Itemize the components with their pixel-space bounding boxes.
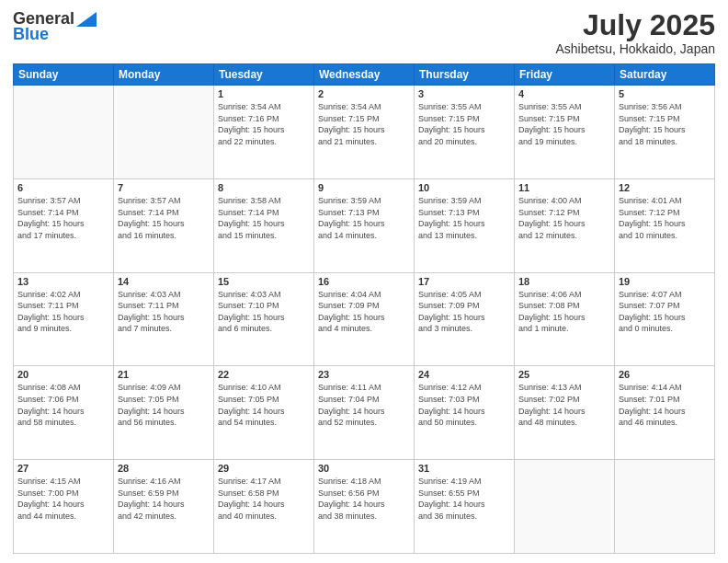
day-detail: Sunrise: 3:57 AM Sunset: 7:14 PM Dayligh…: [17, 195, 109, 241]
calendar-cell: 5Sunrise: 3:56 AM Sunset: 7:15 PM Daylig…: [615, 86, 715, 179]
svg-marker-0: [76, 12, 97, 27]
header-thursday: Thursday: [415, 64, 515, 86]
day-detail: Sunrise: 4:12 AM Sunset: 7:03 PM Dayligh…: [418, 382, 510, 428]
day-number: 2: [318, 88, 410, 99]
calendar-cell: [114, 86, 214, 179]
day-number: 27: [17, 463, 109, 474]
day-detail: Sunrise: 3:59 AM Sunset: 7:13 PM Dayligh…: [418, 195, 510, 241]
calendar-cell: 6Sunrise: 3:57 AM Sunset: 7:14 PM Daylig…: [14, 178, 114, 272]
calendar-cell: 13Sunrise: 4:02 AM Sunset: 7:11 PM Dayli…: [14, 272, 114, 366]
day-number: 23: [318, 369, 410, 380]
day-number: 22: [218, 369, 310, 380]
day-detail: Sunrise: 4:16 AM Sunset: 6:59 PM Dayligh…: [118, 476, 210, 522]
day-detail: Sunrise: 4:17 AM Sunset: 6:58 PM Dayligh…: [218, 476, 310, 522]
day-detail: Sunrise: 4:08 AM Sunset: 7:06 PM Dayligh…: [17, 382, 109, 428]
location-title: Ashibetsu, Hokkaido, Japan: [555, 41, 715, 56]
day-number: 13: [17, 276, 109, 287]
day-detail: Sunrise: 4:02 AM Sunset: 7:11 PM Dayligh…: [17, 289, 109, 335]
day-number: 14: [118, 276, 210, 287]
day-detail: Sunrise: 4:04 AM Sunset: 7:09 PM Dayligh…: [318, 289, 410, 335]
calendar-cell: 24Sunrise: 4:12 AM Sunset: 7:03 PM Dayli…: [415, 366, 515, 460]
day-number: 7: [118, 182, 210, 193]
weekday-header-row: Sunday Monday Tuesday Wednesday Thursday…: [14, 64, 715, 86]
calendar-cell: 31Sunrise: 4:19 AM Sunset: 6:55 PM Dayli…: [415, 460, 515, 554]
day-detail: Sunrise: 4:00 AM Sunset: 7:12 PM Dayligh…: [518, 195, 610, 241]
day-detail: Sunrise: 3:54 AM Sunset: 7:15 PM Dayligh…: [318, 101, 410, 147]
day-detail: Sunrise: 4:03 AM Sunset: 7:11 PM Dayligh…: [118, 289, 210, 335]
calendar-cell: 15Sunrise: 4:03 AM Sunset: 7:10 PM Dayli…: [214, 272, 314, 366]
day-number: 26: [619, 369, 711, 380]
calendar-cell: 10Sunrise: 3:59 AM Sunset: 7:13 PM Dayli…: [415, 178, 515, 272]
calendar-cell: 21Sunrise: 4:09 AM Sunset: 7:05 PM Dayli…: [114, 366, 214, 460]
logo-icon: [76, 12, 97, 27]
header-sunday: Sunday: [14, 64, 114, 86]
day-number: 15: [218, 276, 310, 287]
day-number: 1: [218, 88, 310, 99]
title-block: July 2025 Ashibetsu, Hokkaido, Japan: [555, 9, 715, 56]
header-friday: Friday: [515, 64, 615, 86]
day-number: 4: [518, 88, 610, 99]
day-number: 29: [218, 463, 310, 474]
day-detail: Sunrise: 3:55 AM Sunset: 7:15 PM Dayligh…: [418, 101, 510, 147]
day-detail: Sunrise: 4:18 AM Sunset: 6:56 PM Dayligh…: [318, 476, 410, 522]
calendar-cell: 9Sunrise: 3:59 AM Sunset: 7:13 PM Daylig…: [314, 178, 415, 272]
day-detail: Sunrise: 4:09 AM Sunset: 7:05 PM Dayligh…: [118, 382, 210, 428]
day-number: 18: [518, 276, 610, 287]
page: General Blue July 2025 Ashibetsu, Hokkai…: [0, 0, 728, 563]
calendar-cell: 19Sunrise: 4:07 AM Sunset: 7:07 PM Dayli…: [615, 272, 715, 366]
day-number: 12: [619, 182, 711, 193]
day-number: 9: [318, 182, 410, 193]
calendar-cell: 28Sunrise: 4:16 AM Sunset: 6:59 PM Dayli…: [114, 460, 214, 554]
day-detail: Sunrise: 4:15 AM Sunset: 7:00 PM Dayligh…: [17, 476, 109, 522]
day-detail: Sunrise: 4:05 AM Sunset: 7:09 PM Dayligh…: [418, 289, 510, 335]
day-number: 30: [318, 463, 410, 474]
calendar-cell: 8Sunrise: 3:58 AM Sunset: 7:14 PM Daylig…: [214, 178, 314, 272]
calendar-cell: 14Sunrise: 4:03 AM Sunset: 7:11 PM Dayli…: [114, 272, 214, 366]
day-detail: Sunrise: 3:54 AM Sunset: 7:16 PM Dayligh…: [218, 101, 310, 147]
calendar-week-4: 20Sunrise: 4:08 AM Sunset: 7:06 PM Dayli…: [14, 366, 715, 460]
day-number: 6: [17, 182, 109, 193]
day-detail: Sunrise: 4:11 AM Sunset: 7:04 PM Dayligh…: [318, 382, 410, 428]
day-number: 16: [318, 276, 410, 287]
logo-blue-text: Blue: [13, 25, 49, 44]
calendar-cell: 18Sunrise: 4:06 AM Sunset: 7:08 PM Dayli…: [515, 272, 615, 366]
header-saturday: Saturday: [615, 64, 715, 86]
day-detail: Sunrise: 3:58 AM Sunset: 7:14 PM Dayligh…: [218, 195, 310, 241]
calendar-cell: 12Sunrise: 4:01 AM Sunset: 7:12 PM Dayli…: [615, 178, 715, 272]
day-number: 19: [619, 276, 711, 287]
calendar-week-1: 1Sunrise: 3:54 AM Sunset: 7:16 PM Daylig…: [14, 86, 715, 179]
day-number: 10: [418, 182, 510, 193]
day-number: 21: [118, 369, 210, 380]
day-number: 25: [518, 369, 610, 380]
calendar-cell: [615, 460, 715, 554]
day-detail: Sunrise: 3:55 AM Sunset: 7:15 PM Dayligh…: [518, 101, 610, 147]
calendar-cell: 25Sunrise: 4:13 AM Sunset: 7:02 PM Dayli…: [515, 366, 615, 460]
calendar-cell: 23Sunrise: 4:11 AM Sunset: 7:04 PM Dayli…: [314, 366, 415, 460]
header-monday: Monday: [114, 64, 214, 86]
calendar-week-2: 6Sunrise: 3:57 AM Sunset: 7:14 PM Daylig…: [14, 178, 715, 272]
day-number: 11: [518, 182, 610, 193]
day-detail: Sunrise: 4:06 AM Sunset: 7:08 PM Dayligh…: [518, 289, 610, 335]
calendar-cell: 7Sunrise: 3:57 AM Sunset: 7:14 PM Daylig…: [114, 178, 214, 272]
day-detail: Sunrise: 4:03 AM Sunset: 7:10 PM Dayligh…: [218, 289, 310, 335]
day-detail: Sunrise: 3:56 AM Sunset: 7:15 PM Dayligh…: [619, 101, 711, 147]
header-wednesday: Wednesday: [314, 64, 415, 86]
calendar-week-5: 27Sunrise: 4:15 AM Sunset: 7:00 PM Dayli…: [14, 460, 715, 554]
day-detail: Sunrise: 4:10 AM Sunset: 7:05 PM Dayligh…: [218, 382, 310, 428]
calendar-cell: 20Sunrise: 4:08 AM Sunset: 7:06 PM Dayli…: [14, 366, 114, 460]
calendar-table: Sunday Monday Tuesday Wednesday Thursday…: [13, 63, 715, 554]
calendar-cell: 29Sunrise: 4:17 AM Sunset: 6:58 PM Dayli…: [214, 460, 314, 554]
day-detail: Sunrise: 4:19 AM Sunset: 6:55 PM Dayligh…: [418, 476, 510, 522]
day-detail: Sunrise: 4:14 AM Sunset: 7:01 PM Dayligh…: [619, 382, 711, 428]
calendar-cell: 30Sunrise: 4:18 AM Sunset: 6:56 PM Dayli…: [314, 460, 415, 554]
day-detail: Sunrise: 4:01 AM Sunset: 7:12 PM Dayligh…: [619, 195, 711, 241]
day-detail: Sunrise: 4:13 AM Sunset: 7:02 PM Dayligh…: [518, 382, 610, 428]
calendar-week-3: 13Sunrise: 4:02 AM Sunset: 7:11 PM Dayli…: [14, 272, 715, 366]
calendar-cell: 2Sunrise: 3:54 AM Sunset: 7:15 PM Daylig…: [314, 86, 415, 179]
day-detail: Sunrise: 3:59 AM Sunset: 7:13 PM Dayligh…: [318, 195, 410, 241]
calendar-cell: 27Sunrise: 4:15 AM Sunset: 7:00 PM Dayli…: [14, 460, 114, 554]
header: General Blue July 2025 Ashibetsu, Hokkai…: [13, 9, 715, 56]
day-number: 20: [17, 369, 109, 380]
day-detail: Sunrise: 4:07 AM Sunset: 7:07 PM Dayligh…: [619, 289, 711, 335]
calendar-cell: 16Sunrise: 4:04 AM Sunset: 7:09 PM Dayli…: [314, 272, 415, 366]
